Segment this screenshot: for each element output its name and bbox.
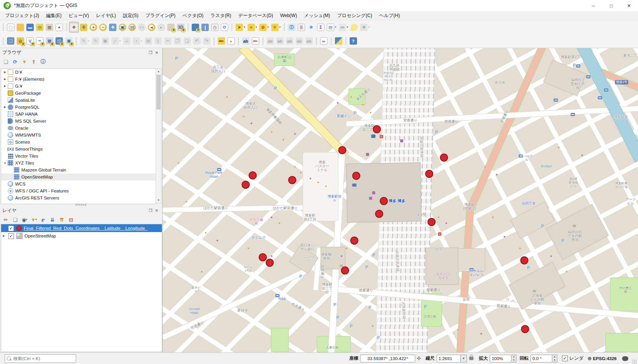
new-spatial-bookmark-button[interactable] [191,22,200,33]
select-features-dropdown-icon[interactable]: ▾ [244,26,245,29]
browser-item-mapzen-global-terrain[interactable]: Mapzen Global Terrain [1,166,156,173]
select-by-location-button[interactable]: ❖▾ [270,22,282,33]
browser-item-wms-wmts[interactable]: WMS/WMTS [1,132,156,139]
zoom-to-layer-button[interactable]: ▤ [127,22,137,33]
tree-collapsed-icon[interactable]: ▶ [3,106,7,109]
map-tips-button[interactable] [349,22,359,33]
help-contents-button[interactable]: ? [348,36,358,47]
select-features-by-value-dropdown-icon[interactable]: ▾ [256,26,257,29]
close-button[interactable]: ✕ [620,0,638,11]
filter-legend-button[interactable]: ▼▾ [29,215,38,224]
attribute-table-dropdown-icon[interactable]: ▾ [335,26,336,29]
browser-item-sap-hana[interactable]: SAP HANA [1,111,156,118]
layer-labeling-button[interactable]: abc [217,36,226,47]
add-group-button[interactable]: ❏ [11,215,19,224]
browser-item-wfs-ogc-api-features[interactable]: VWFS / OGC API - Features [1,187,156,194]
identify-features-button[interactable]: ⓘ [287,22,296,33]
browser-item-oracle[interactable]: Oracle [1,125,156,132]
open-layer-styling-button[interactable]: ✏ [2,215,10,224]
zoom-to-selection-button[interactable]: ▣ [118,22,127,33]
magnifier-spinner[interactable]: ▲▼ [511,355,517,362]
menu-layer[interactable]: レイヤ(L) [92,11,120,20]
manage-map-themes-button[interactable]: ◉▾ [20,215,29,224]
maximize-button[interactable]: □ [602,0,620,11]
menu-processing[interactable]: プロセシング(C) [334,11,376,20]
statistical-summary-button[interactable]: ≣ [296,22,306,33]
menu-project[interactable]: プロジェクト(J) [2,11,43,20]
select-features-by-value-button[interactable]: ≡▾ [246,22,258,33]
messages-icon[interactable] [622,356,628,361]
browser-item-ms-sql-server[interactable]: MS SQL Server [1,118,156,125]
browser-close-button[interactable]: ✕ [154,50,160,55]
menu-settings[interactable]: 設定(S) [120,11,142,20]
scroll-down-icon[interactable]: ▼ [156,198,161,203]
layer-diagram-button[interactable]: ◕ [226,36,236,47]
processing-toolbox-button[interactable]: ✻ [306,22,316,33]
browser-item-arcgis-rest-servers[interactable]: ArcGIS REST Servers [1,194,156,201]
add-selected-layers-button[interactable]: ❏ [2,57,10,66]
layers-float-button[interactable]: ❐ [147,208,154,213]
new-project-button[interactable]: ▢ [6,22,16,33]
remove-layer-button[interactable]: ⊟ [67,215,75,224]
filter-browser-button[interactable]: ▼ [20,57,29,66]
menu-view[interactable]: ビュー(V) [65,11,93,20]
collapse-all-layers-button[interactable]: ⇈ [57,215,66,224]
menu-mesh[interactable]: メッシュ(M) [300,11,333,20]
filter-legend-dropdown-icon[interactable]: ▾ [35,218,37,221]
menu-help[interactable]: ヘルプ(H) [376,11,404,20]
data-source-manager-button[interactable]: ❏ [6,36,16,47]
new-map-view-button[interactable] [166,22,176,33]
browser-item-xyz-tiles[interactable]: ▼XYZ Tiles [1,159,156,166]
panel-splitter[interactable] [76,204,87,206]
zoom-in-button[interactable]: + [88,22,98,33]
rotation-value[interactable]: 0.0 ° [531,355,552,362]
deselect-features-button[interactable]: ⊘▾ [258,22,270,33]
collapse-all-button[interactable]: ⇑ [29,57,38,66]
highlight-pinned-labels-button[interactable]: abc [251,36,260,47]
deselect-features-dropdown-icon[interactable]: ▾ [267,26,269,29]
tree-expanded-icon[interactable]: ▼ [3,162,7,165]
expand-all-button[interactable]: ⇊ [48,215,57,224]
coordinate-value[interactable]: 33.59387° ,130.422° [360,355,415,362]
new-shapefile-layer-button[interactable]: V [25,36,35,47]
browser-item-scenes[interactable]: ◇Scenes [1,139,156,146]
extents-icon[interactable]: ✣ [417,355,421,361]
menu-raster[interactable]: ラスタ(R) [207,11,235,20]
style-manager-button[interactable]: ● [54,22,64,33]
refresh-map-button[interactable]: ⟳ [220,22,229,33]
pan-to-selection-button[interactable]: ✜ [79,22,88,33]
browser-item-d[interactable]: ▶D:¥ [1,69,156,76]
measure-line-dropdown-icon[interactable]: ▾ [347,26,348,29]
browser-item-geopackage[interactable]: GeoPackage [1,90,156,97]
locator-search[interactable] [5,354,76,363]
layer-expand-icon[interactable]: ▶ [1,234,7,237]
scale-value[interactable]: 1:2691 [437,355,461,362]
tree-collapsed-icon[interactable]: ▶ [3,78,7,81]
browser-item-f-elements[interactable]: ▶F:¥ (Elements) [1,76,156,83]
layer-visibility-checkbox[interactable]: ✓ [8,225,14,231]
python-console-button[interactable] [334,36,343,47]
menu-database[interactable]: データベース(D) [235,11,277,20]
filter-by-expression-dropdown-icon[interactable]: ▾ [43,218,45,221]
browser-item-openstreetmap[interactable]: OpenStreetMap [1,173,156,180]
new-print-layout-button[interactable]: ▤ [35,22,45,33]
open-project-button[interactable] [16,22,25,33]
render-checkbox[interactable]: ✓ [562,355,568,361]
browser-item-postgresql[interactable]: ▶PostgreSQL [1,104,156,111]
browser-item-g[interactable]: ▶G:¥ [1,83,156,90]
browser-item-spatialite[interactable]: SpatiaLite [1,97,156,104]
zoom-full-button[interactable]: ✚ [108,22,118,33]
properties-widget-button[interactable]: ⓘ [39,57,47,66]
pan-map-button[interactable]: ✥ [69,22,79,33]
temporal-controller-button[interactable]: ◷ [210,22,220,33]
minimize-button[interactable]: ─ [584,0,602,11]
zoom-out-button[interactable]: − [98,22,108,33]
tree-collapsed-icon[interactable]: ▶ [3,85,7,88]
save-project-button[interactable]: ▬ [25,22,35,33]
new-virtual-layer-button[interactable]: ▦ [45,36,54,47]
search-input[interactable] [12,356,76,361]
menu-web[interactable]: Web(W) [277,12,301,19]
menu-plugins[interactable]: プラグイン(P) [142,11,179,20]
select-by-location-dropdown-icon[interactable]: ▾ [279,26,281,29]
filter-by-expression-button[interactable]: ε▾ [39,215,47,224]
